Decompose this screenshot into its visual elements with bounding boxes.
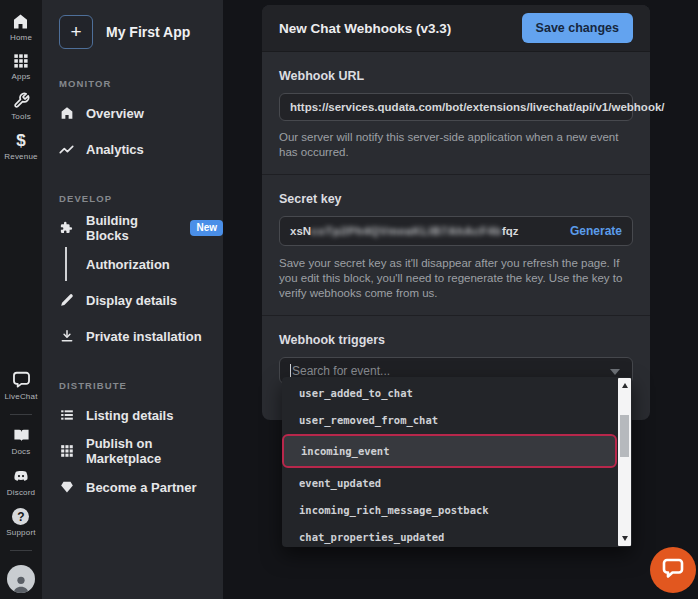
search-placeholder: Search for event... bbox=[292, 364, 390, 378]
sidebar-item-overview[interactable]: Overview bbox=[59, 95, 223, 131]
section-label-distribute: DISTRIBUTE bbox=[59, 380, 223, 391]
rail-label: LiveChat bbox=[4, 392, 37, 401]
app-name: My First App bbox=[106, 24, 190, 40]
secret-key-value: xsN coTp2Ph4QVmeaKLIB7AhAcF4b fqz bbox=[290, 225, 519, 237]
apps-icon bbox=[13, 53, 29, 69]
dropdown-option[interactable]: chat_properties_updated bbox=[282, 523, 617, 550]
scroll-up-arrow-icon[interactable] bbox=[618, 379, 631, 392]
rail-label: Discord bbox=[7, 488, 36, 497]
sidebar-item-become-partner[interactable]: Become a Partner bbox=[59, 469, 223, 505]
active-indicator bbox=[65, 247, 67, 281]
secret-key-section: Secret key xsN coTp2Ph4QVmeaKLIB7AhAcF4b… bbox=[262, 174, 650, 315]
livechat-widget-button[interactable] bbox=[650, 547, 696, 593]
publish-marketplace-icon bbox=[59, 444, 74, 458]
rail-item-tools[interactable]: Tools bbox=[11, 92, 31, 121]
sidebar-item-authorization[interactable]: Authorization bbox=[59, 246, 223, 282]
rail-item-revenue[interactable]: $ Revenue bbox=[4, 132, 37, 161]
rail-label: Tools bbox=[11, 112, 31, 121]
secret-key-suffix: fqz bbox=[502, 225, 519, 237]
support-icon: ? bbox=[12, 508, 29, 525]
display-details-icon bbox=[59, 293, 74, 307]
trigger-options-dropdown: user_added_to_chat user_removed_from_cha… bbox=[282, 377, 632, 547]
trigger-options-list: user_added_to_chat user_removed_from_cha… bbox=[282, 379, 617, 550]
save-changes-button[interactable]: Save changes bbox=[522, 13, 633, 43]
webhook-url-helper: Our server will notify this server-side … bbox=[279, 130, 633, 160]
dropdown-option[interactable]: user_removed_from_chat bbox=[282, 406, 617, 433]
building-blocks-icon bbox=[59, 221, 74, 236]
rail-item-discord[interactable]: Discord bbox=[7, 467, 36, 497]
sidebar-item-label: Become a Partner bbox=[86, 480, 197, 495]
sidebar-item-building-blocks[interactable]: Building Blocks New bbox=[59, 210, 223, 246]
section-label-monitor: MONITOR bbox=[59, 78, 223, 89]
webhook-url-label: Webhook URL bbox=[279, 69, 633, 83]
docs-icon bbox=[13, 427, 30, 444]
chevron-down-icon[interactable] bbox=[610, 369, 620, 375]
section-label-develop: DEVELOP bbox=[59, 193, 223, 204]
rail-label: Docs bbox=[11, 447, 30, 456]
sidebar-item-display-details[interactable]: Display details bbox=[59, 282, 223, 318]
sidebar-item-label: Private installation bbox=[86, 329, 202, 344]
app-plus-icon: + bbox=[59, 15, 93, 49]
become-partner-icon bbox=[59, 480, 74, 494]
rail-label: Apps bbox=[11, 72, 30, 81]
rail-item-home[interactable]: Home bbox=[10, 13, 32, 42]
sidebar-item-label: Building Blocks bbox=[86, 213, 170, 243]
rail-label: Revenue bbox=[4, 152, 37, 161]
rail-item-docs[interactable]: Docs bbox=[11, 427, 30, 456]
rail-label: Support bbox=[6, 528, 35, 537]
chat-bubble-icon bbox=[661, 556, 685, 584]
sidebar-item-analytics[interactable]: Analytics bbox=[59, 131, 223, 167]
dropdown-option[interactable]: incoming_rich_message_postback bbox=[282, 496, 617, 523]
text-cursor bbox=[290, 364, 291, 378]
overview-icon bbox=[59, 106, 74, 120]
sidebar-item-label: Listing details bbox=[86, 408, 173, 423]
rail-divider bbox=[10, 414, 32, 415]
secret-key-label: Secret key bbox=[279, 192, 633, 206]
new-badge: New bbox=[190, 220, 223, 236]
webhook-url-input[interactable]: https://services.qudata.com/bot/extensio… bbox=[279, 93, 633, 121]
secret-key-prefix: xsN bbox=[290, 225, 311, 237]
secret-key-input[interactable]: xsN coTp2Ph4QVmeaKLIB7AhAcF4b fqz Genera… bbox=[279, 216, 633, 246]
livechat-icon bbox=[12, 370, 31, 389]
tools-icon bbox=[13, 92, 30, 109]
rail-item-support[interactable]: ? Support bbox=[6, 508, 35, 537]
secret-key-helper: Save your secret key as it'll disappear … bbox=[279, 256, 633, 301]
sidebar-item-label: Authorization bbox=[86, 257, 170, 272]
listing-details-icon bbox=[59, 408, 74, 422]
analytics-icon bbox=[59, 142, 74, 157]
icon-rail: Home Apps Tools $ Revenue LiveChat Docs … bbox=[0, 0, 42, 599]
sidebar-item-listing-details[interactable]: Listing details bbox=[59, 397, 223, 433]
sidebar-item-label: Display details bbox=[86, 293, 177, 308]
dropdown-option[interactable]: user_added_to_chat bbox=[282, 379, 617, 406]
app-sidebar: + My First App MONITOR Overview Analytic… bbox=[42, 0, 223, 599]
discord-icon bbox=[12, 467, 30, 485]
generate-key-button[interactable]: Generate bbox=[570, 224, 622, 238]
secret-key-masked: coTp2Ph4QVmeaKLIB7AhAcF4b bbox=[311, 225, 502, 237]
rail-divider bbox=[10, 550, 32, 551]
avatar[interactable] bbox=[7, 565, 35, 593]
rail-item-apps[interactable]: Apps bbox=[11, 53, 30, 81]
sidebar-item-label: Analytics bbox=[86, 142, 144, 157]
dropdown-option[interactable]: event_updated bbox=[282, 469, 617, 496]
revenue-icon: $ bbox=[16, 132, 25, 149]
page-title: New Chat Webhooks (v3.3) bbox=[279, 21, 451, 36]
webhook-triggers-label: Webhook triggers bbox=[279, 333, 633, 347]
dropdown-option-highlighted[interactable]: incoming_event bbox=[282, 434, 617, 468]
rail-label: Home bbox=[10, 33, 32, 42]
rail-item-livechat[interactable]: LiveChat bbox=[4, 370, 37, 401]
sidebar-item-private-installation[interactable]: Private installation bbox=[59, 318, 223, 354]
home-icon bbox=[12, 13, 29, 30]
scrollbar-thumb[interactable] bbox=[620, 415, 629, 457]
webhook-url-section: Webhook URL https://services.qudata.com/… bbox=[262, 52, 650, 174]
sidebar-item-publish-marketplace[interactable]: Publish on Marketplace bbox=[59, 433, 223, 469]
dropdown-scrollbar[interactable] bbox=[618, 378, 631, 546]
scroll-down-arrow-icon[interactable] bbox=[618, 532, 631, 545]
sidebar-item-label: Overview bbox=[86, 106, 144, 121]
sidebar-item-label: Publish on Marketplace bbox=[86, 436, 223, 466]
webhooks-config-card: New Chat Webhooks (v3.3) Save changes We… bbox=[262, 5, 650, 420]
private-installation-icon bbox=[59, 329, 74, 343]
webhook-url-value: https://services.qudata.com/bot/extensio… bbox=[290, 101, 665, 113]
card-header: New Chat Webhooks (v3.3) Save changes bbox=[262, 5, 650, 52]
app-switcher[interactable]: + My First App bbox=[59, 12, 223, 52]
